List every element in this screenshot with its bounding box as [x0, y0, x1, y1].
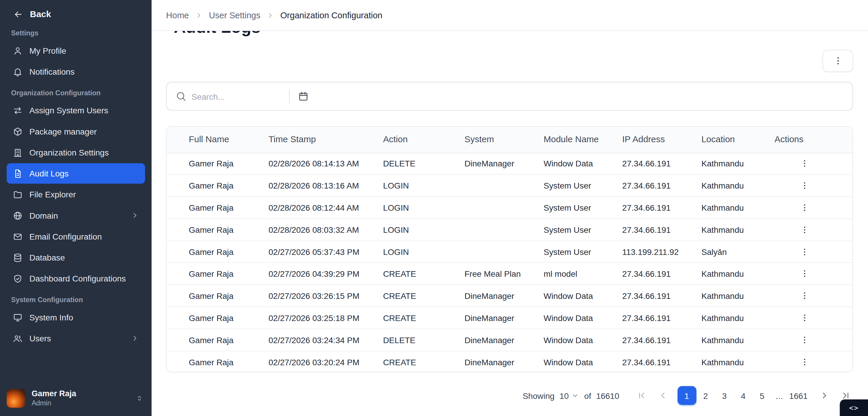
- table-cell: Gamer Raja: [166, 153, 268, 175]
- globe-icon: [13, 211, 23, 220]
- search-icon: [175, 91, 187, 102]
- table-cell: Gamer Raja: [166, 351, 268, 372]
- building-icon: [13, 148, 23, 158]
- column-header-time-stamp: Time Stamp: [268, 127, 383, 153]
- breadcrumb-item-home[interactable]: Home: [166, 10, 189, 20]
- kebab-icon: [800, 181, 809, 190]
- table-cell: Gamer Raja: [166, 263, 268, 285]
- corner-badge[interactable]: <>: [840, 399, 868, 416]
- table-cell: Kathmandu: [702, 175, 775, 197]
- page-button-5[interactable]: 5: [752, 386, 771, 405]
- dashboard-icon: [13, 274, 23, 284]
- calendar-button[interactable]: [298, 91, 309, 102]
- table-row: Gamer Raja02/28/2026 08:13:16 AMLOGINSys…: [166, 175, 853, 197]
- page-actions-button[interactable]: [823, 50, 853, 72]
- first-page-button[interactable]: [634, 388, 649, 403]
- sidebar-item-audit-logs[interactable]: Audit Logs: [7, 163, 145, 184]
- table-cell-actions: [774, 329, 853, 351]
- monitor-icon: [13, 312, 23, 322]
- table-cell: DineManager: [464, 329, 544, 351]
- row-actions-button[interactable]: [800, 269, 809, 279]
- column-header-actions: Actions: [774, 127, 853, 153]
- search-input[interactable]: [192, 92, 289, 101]
- audit-logs-table: Full NameTime StampActionSystemModule Na…: [166, 126, 853, 372]
- sidebar-item-label: Users: [29, 334, 51, 343]
- sidebar-item-label: Email Configuration: [29, 232, 101, 241]
- sidebar-item-label: Domain: [29, 211, 58, 220]
- sidebar-item-email-configuration[interactable]: Email Configuration: [7, 226, 145, 247]
- sidebar-item-organization-settings[interactable]: Organization Settings: [7, 142, 145, 163]
- sidebar-item-dashboard-configurations[interactable]: Dashboard Configurations: [7, 268, 145, 289]
- kebab-icon: [800, 203, 809, 213]
- page-button-2[interactable]: 2: [696, 386, 715, 405]
- table-cell: 27.34.66.191: [622, 307, 702, 329]
- page-size-select[interactable]: 10: [559, 391, 579, 401]
- table-cell: CREATE: [383, 307, 465, 329]
- sidebar-item-domain[interactable]: Domain: [7, 205, 145, 226]
- next-page-button[interactable]: [817, 388, 832, 403]
- arrow-left-icon: [13, 9, 23, 20]
- table-row: Gamer Raja02/27/2026 03:20:24 PMCREATEDi…: [166, 351, 853, 372]
- table-cell: Window Data: [544, 307, 622, 329]
- table-cell: DineManager: [464, 307, 544, 329]
- table-cell-actions: [774, 153, 853, 175]
- page-button-4[interactable]: 4: [734, 386, 753, 405]
- sidebar-item-system-info[interactable]: System Info: [7, 307, 145, 327]
- table-cell-actions: [774, 351, 853, 372]
- row-actions-button[interactable]: [800, 313, 809, 322]
- main-area: HomeUser SettingsOrganization Configurat…: [152, 0, 868, 416]
- sidebar-item-label: Package manager: [29, 127, 97, 136]
- row-actions-button[interactable]: [800, 357, 809, 367]
- corner-badge-label: <>: [849, 404, 859, 412]
- folder-icon: [13, 189, 23, 199]
- table-cell: Salyān: [702, 241, 775, 263]
- table-cell: LOGIN: [383, 175, 465, 197]
- table-cell: 27.34.66.191: [622, 351, 702, 372]
- table-cell: DELETE: [383, 153, 465, 175]
- row-actions-button[interactable]: [800, 291, 809, 301]
- sidebar-item-users[interactable]: Users: [7, 328, 145, 348]
- sidebar-sections: Settings My Profile Notifications Organi…: [0, 23, 152, 349]
- column-header-full-name: Full Name: [166, 127, 268, 153]
- sidebar-item-file-explorer[interactable]: File Explorer: [7, 184, 145, 204]
- sidebar-item-assign-system-users[interactable]: Assign System Users: [7, 100, 145, 120]
- table-cell: 02/27/2026 03:20:24 PM: [268, 351, 383, 372]
- table-cell-actions: [774, 219, 853, 241]
- last-page-icon: [841, 391, 851, 401]
- page-button-3[interactable]: 3: [715, 386, 734, 405]
- sidebar-item-notifications[interactable]: Notifications: [7, 61, 145, 82]
- page-title: Audit Logs: [174, 31, 261, 38]
- kebab-icon: [800, 225, 809, 234]
- table-row: Gamer Raja02/27/2026 03:25:18 PMCREATEDi…: [166, 307, 853, 329]
- row-actions-button[interactable]: [800, 203, 809, 213]
- page-button-1661[interactable]: 1661: [787, 386, 810, 405]
- table-cell: LOGIN: [383, 241, 465, 263]
- user-icon: [13, 46, 23, 56]
- table-cell: 27.34.66.191: [622, 175, 702, 197]
- row-actions-button[interactable]: [800, 181, 809, 190]
- next-page-icon: [819, 391, 829, 401]
- sidebar-item-my-profile[interactable]: My Profile: [7, 40, 145, 61]
- row-actions-button[interactable]: [800, 225, 809, 234]
- prev-page-button[interactable]: [656, 388, 670, 403]
- sidebar-item-database[interactable]: Database: [7, 247, 145, 267]
- table-cell: 27.34.66.191: [622, 197, 702, 219]
- table-cell: CREATE: [383, 263, 465, 285]
- row-actions-button[interactable]: [800, 247, 809, 256]
- page-button-1[interactable]: 1: [677, 386, 696, 405]
- table-row: Gamer Raja02/27/2026 05:37:43 PMLOGINSys…: [166, 241, 853, 263]
- table-cell: DineManager: [464, 153, 544, 175]
- row-actions-button[interactable]: [800, 335, 809, 345]
- table-cell: Kathmandu: [702, 197, 775, 219]
- table-cell: 02/28/2026 08:13:16 AM: [268, 175, 383, 197]
- back-button[interactable]: Back: [0, 0, 152, 23]
- user-menu[interactable]: Gamer Raja Admin: [0, 382, 152, 416]
- sidebar-item-package-manager[interactable]: Package manager: [7, 121, 145, 141]
- row-actions-button[interactable]: [800, 159, 809, 168]
- breadcrumb-item-user-settings[interactable]: User Settings: [209, 10, 260, 20]
- table-cell: Kathmandu: [702, 351, 775, 372]
- kebab-icon: [800, 159, 809, 168]
- sidebar-item-label: Assign System Users: [29, 106, 108, 115]
- sidebar-item-label: File Explorer: [29, 190, 76, 199]
- table-cell: Kathmandu: [702, 219, 775, 241]
